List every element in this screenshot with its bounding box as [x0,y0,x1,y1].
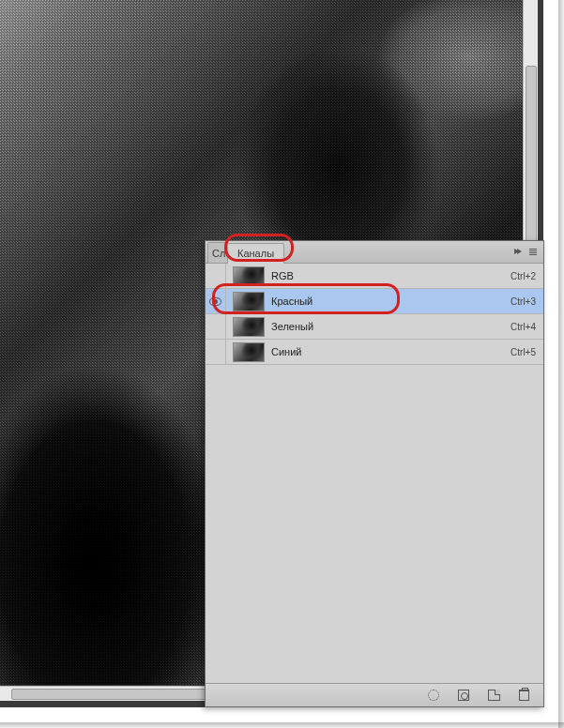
channel-name: RGB [271,270,511,281]
panel-footer [206,683,543,706]
channel-row[interactable]: RGBCtrl+2 [206,264,543,289]
channel-thumbnail [233,292,265,311]
channel-shortcut: Ctrl+2 [511,271,536,281]
channel-thumbnail [233,266,265,286]
channels-panel: Сло Каналы RGBCtrl+2КрасныйCtrl+3Зеленый… [205,240,544,707]
new-channel-icon [488,690,500,701]
channel-shortcut: Ctrl+5 [511,347,536,357]
save-mask-icon [458,690,469,701]
panel-tabbar: Сло Каналы [206,241,543,264]
channel-shortcut: Ctrl+3 [511,296,536,307]
visibility-toggle[interactable] [206,264,226,288]
channel-row[interactable]: ЗеленыйCtrl+4 [206,314,543,340]
channel-name: Синий [271,346,511,357]
delete-channel-button[interactable] [515,688,532,703]
save-mask-button[interactable] [455,688,472,703]
new-channel-button[interactable] [485,688,502,703]
trash-icon [519,690,529,701]
panel-menu-icon[interactable] [526,245,540,258]
channel-thumbnail [233,317,265,337]
scroll-thumb[interactable] [526,66,537,253]
tab-label: Каналы [237,248,274,259]
eye-icon [209,297,221,306]
load-selection-button[interactable] [425,688,442,703]
scroll-thumb[interactable] [11,689,236,700]
tab-layers[interactable]: Сло [207,242,228,263]
tab-label: Сло [212,248,228,259]
visibility-toggle[interactable] [206,289,226,313]
tab-channels[interactable]: Каналы [227,243,284,264]
channel-thumbnail [233,342,265,362]
channel-row[interactable]: СинийCtrl+5 [206,340,543,365]
channel-name: Красный [271,296,511,307]
visibility-toggle[interactable] [206,340,226,364]
channel-shortcut: Ctrl+4 [511,322,536,332]
double-arrow-icon[interactable] [511,245,525,258]
channel-row[interactable]: КрасныйCtrl+3 [206,289,543,314]
load-selection-icon [428,690,439,701]
visibility-toggle[interactable] [206,314,226,339]
channel-name: Зеленый [271,321,511,332]
channel-list: RGBCtrl+2КрасныйCtrl+3ЗеленыйCtrl+4Синий… [206,264,543,365]
